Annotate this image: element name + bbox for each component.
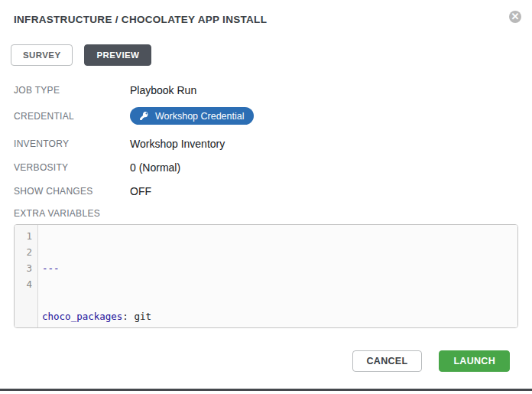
- modal-footer: CANCEL LAUNCH: [14, 350, 521, 372]
- close-icon[interactable]: ✕: [509, 11, 521, 23]
- show-changes-label: SHOW CHANGES: [14, 186, 130, 197]
- line-number: 1: [15, 228, 32, 244]
- detail-row-verbosity: VERBOSITY 0 (Normal): [14, 161, 521, 174]
- modal-title: INFRASTRUCTURE / CHOCOLATEY APP INSTALL: [14, 11, 267, 25]
- line-number: 4: [15, 276, 32, 292]
- line-number: 3: [15, 260, 32, 276]
- credential-badge-label: Workshop Credential: [155, 111, 245, 122]
- detail-row-credential: CREDENTIAL Workshop Credential: [14, 107, 521, 125]
- tab-preview[interactable]: PREVIEW: [84, 44, 151, 66]
- cancel-button[interactable]: CANCEL: [352, 350, 423, 372]
- code-line: ---: [42, 260, 517, 276]
- job-type-label: JOB TYPE: [14, 85, 130, 96]
- detail-row-show-changes: SHOW CHANGES OFF: [14, 184, 521, 198]
- tab-bar: SURVEY PREVIEW: [11, 44, 521, 66]
- detail-row-job-type: JOB TYPE Playbook Run: [14, 83, 521, 97]
- detail-row-inventory: INVENTORY Workshop Inventory: [14, 137, 521, 151]
- verbosity-value: 0 (Normal): [130, 161, 180, 174]
- key-icon: [139, 111, 149, 121]
- job-launch-preview-modal: INFRASTRUCTURE / CHOCOLATEY APP INSTALL …: [0, 0, 532, 394]
- code-line: choco_packages: git: [42, 308, 517, 324]
- inventory-label: INVENTORY: [14, 138, 130, 149]
- launch-button[interactable]: LAUNCH: [439, 350, 510, 372]
- job-details: JOB TYPE Playbook Run CREDENTIAL Worksho…: [14, 83, 521, 198]
- show-changes-value: OFF: [130, 185, 151, 197]
- modal-bottom-edge: [0, 389, 532, 391]
- credential-badge[interactable]: Workshop Credential: [130, 107, 254, 125]
- extra-variables-editor[interactable]: 1 2 3 4 --- choco_packages: git app_stat…: [14, 224, 518, 328]
- editor-line-number-gutter: 1 2 3 4: [15, 225, 38, 327]
- inventory-value: Workshop Inventory: [130, 138, 225, 150]
- extra-variables-label: EXTRA VARIABLES: [14, 208, 521, 219]
- job-type-value: Playbook Run: [130, 84, 196, 96]
- verbosity-label: VERBOSITY: [14, 162, 130, 173]
- editor-code-area[interactable]: --- choco_packages: git app_state: prese…: [38, 225, 517, 327]
- credential-label: CREDENTIAL: [14, 111, 130, 122]
- line-number: 2: [15, 244, 32, 260]
- tab-survey[interactable]: SURVEY: [11, 44, 73, 66]
- modal-header: INFRASTRUCTURE / CHOCOLATEY APP INSTALL …: [14, 11, 521, 25]
